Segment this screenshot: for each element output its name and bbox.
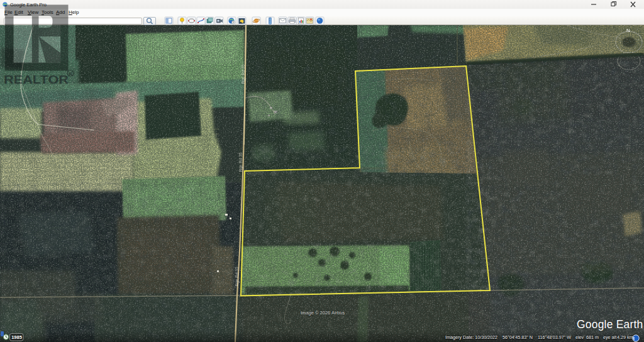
svg-text:1985: 1985 <box>11 334 22 340</box>
svg-text:REALTOR: REALTOR <box>4 73 69 86</box>
svg-text:Rge Rd 35: Rge Rd 35 <box>235 267 240 286</box>
svg-text:Rge Rd 35: Rge Rd 35 <box>241 64 246 84</box>
svg-text:R: R <box>69 72 72 76</box>
svg-text:N: N <box>626 28 630 33</box>
svg-text:Rge Rd 35: Rge Rd 35 <box>238 152 243 172</box>
